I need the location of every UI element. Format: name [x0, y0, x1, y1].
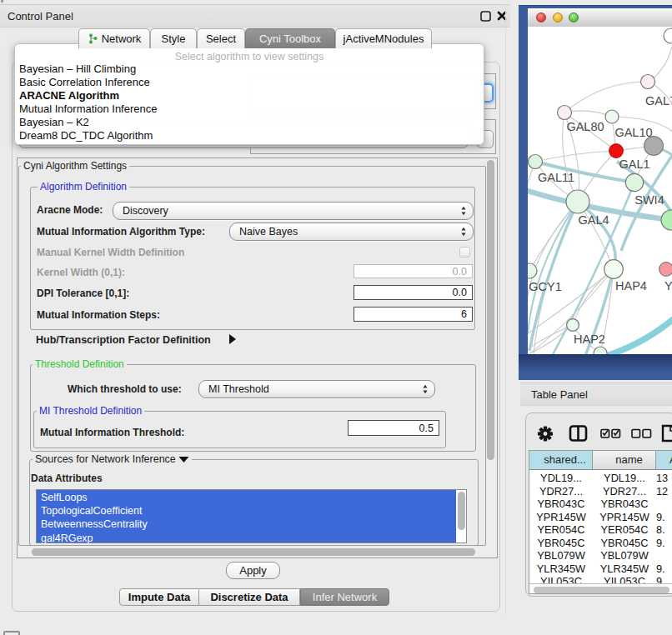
svg-text:YM: YM	[664, 279, 672, 292]
svg-text:GAL10: GAL10	[614, 126, 652, 139]
svg-text:GAL7: GAL7	[645, 94, 672, 108]
svg-text:GAL11: GAL11	[538, 171, 574, 184]
svg-text:HAP2: HAP2	[574, 332, 605, 346]
svg-text:GAL4: GAL4	[578, 213, 609, 227]
svg-text:GAL80: GAL80	[566, 120, 604, 133]
svg-text:SWI4: SWI4	[634, 193, 664, 207]
svg-text:HAP4: HAP4	[615, 279, 647, 292]
svg-text:GAL1: GAL1	[619, 158, 649, 171]
svg-text:GCY1: GCY1	[529, 280, 562, 293]
